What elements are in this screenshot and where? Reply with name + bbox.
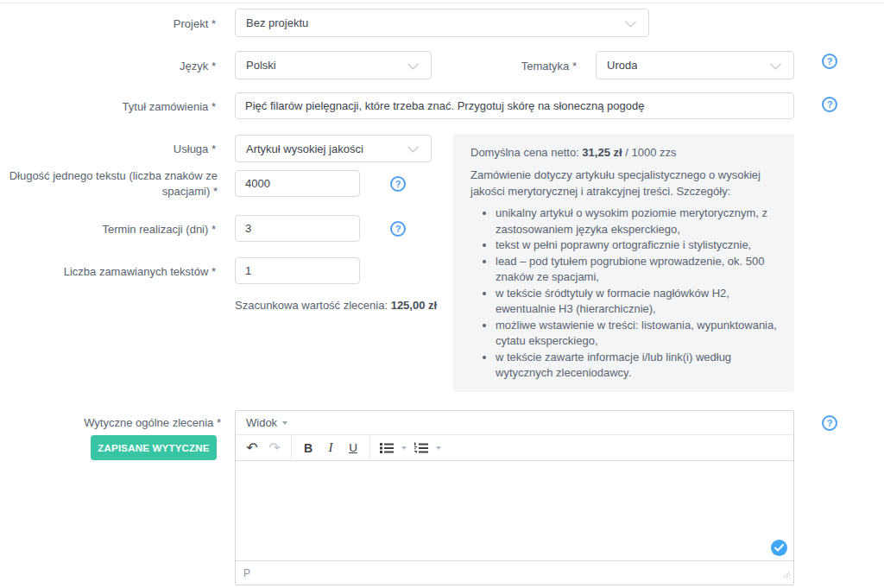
editor-content-area[interactable] bbox=[236, 461, 793, 560]
bold-icon[interactable]: B bbox=[297, 438, 319, 458]
text-length-label: Długość jednego tekstu (liczba znaków ze… bbox=[0, 168, 218, 199]
topic-label: Tematyka * bbox=[466, 59, 577, 74]
deadline-input[interactable] bbox=[235, 215, 360, 242]
texts-count-label: Liczba zamawianych tekstów * bbox=[0, 264, 216, 280]
italic-icon[interactable]: I bbox=[319, 438, 342, 458]
guidelines-help-icon[interactable]: ? bbox=[822, 415, 837, 431]
underline-icon[interactable]: U bbox=[342, 438, 364, 458]
resize-handle-icon[interactable] bbox=[781, 566, 791, 582]
price-prefix: Domyślna cena netto: bbox=[470, 146, 579, 159]
bullet-list-icon[interactable] bbox=[376, 438, 398, 458]
redo-icon[interactable]: ↷ bbox=[263, 438, 286, 458]
element-path: P bbox=[243, 567, 250, 579]
service-label: Usługa * bbox=[0, 142, 216, 157]
top-divider bbox=[0, 3, 884, 3]
service-select[interactable]: Artykuł wysokiej jakości bbox=[235, 135, 432, 162]
service-details-list: unikalny artykuł o wysokim poziomie mery… bbox=[470, 205, 777, 382]
service-select-value: Artykuł wysokiej jakości bbox=[246, 142, 363, 155]
editor-toolbar: ↶ ↷ B I U bbox=[236, 435, 793, 461]
topic-help-icon[interactable]: ? bbox=[822, 54, 837, 69]
guidelines-editor: Widok ↶ ↷ B I U bbox=[235, 410, 794, 585]
editor-menu-view[interactable]: Widok bbox=[246, 416, 287, 429]
caret-down-icon bbox=[282, 421, 287, 425]
valid-check-icon bbox=[771, 540, 787, 556]
menu-view-label: Widok bbox=[246, 416, 277, 429]
language-select[interactable]: Polski bbox=[235, 51, 432, 79]
guidelines-label: Wytyczne ogólne zlecenia * bbox=[0, 415, 221, 431]
service-info-panel: Domyślna cena netto: 31,25 zł / 1000 zzs… bbox=[453, 134, 794, 392]
toolbar-group-history: ↶ ↷ bbox=[236, 435, 292, 460]
order-title-label: Tytuł zamówienia * bbox=[0, 99, 216, 115]
numbered-list-icon[interactable] bbox=[410, 438, 433, 458]
language-select-value: Polski bbox=[246, 59, 276, 72]
toolbar-group-lists bbox=[370, 435, 450, 460]
estimate-value: 125,00 zł bbox=[391, 299, 438, 312]
toolbar-group-formatting: B I U bbox=[292, 435, 370, 460]
list-item: w tekście śródtytuły w formacie nagłówkó… bbox=[496, 286, 777, 318]
saved-guidelines-button[interactable]: ZAPISANE WYTYCZNE bbox=[91, 435, 217, 460]
topic-select[interactable]: Uroda bbox=[596, 51, 794, 79]
chevron-down-icon bbox=[407, 58, 419, 69]
project-label: Projekt * bbox=[0, 16, 216, 32]
list-item: tekst w pełni poprawny ortograficznie i … bbox=[496, 237, 777, 254]
editor-statusbar: P bbox=[236, 560, 793, 585]
bullet-list-dropdown-icon[interactable] bbox=[398, 438, 410, 458]
deadline-label: Termin realizacji (dni) * bbox=[0, 222, 216, 237]
numbered-list-dropdown-icon[interactable] bbox=[433, 438, 445, 458]
texts-count-input[interactable] bbox=[235, 257, 360, 284]
service-description: Zamówienie dotyczy artykułu specjalistyc… bbox=[470, 167, 777, 199]
list-item: unikalny artykuł o wysokim poziomie mery… bbox=[496, 205, 777, 237]
topic-select-value: Uroda bbox=[607, 59, 637, 72]
text-length-help-icon[interactable]: ? bbox=[390, 176, 406, 192]
editor-menubar: Widok bbox=[236, 411, 793, 435]
estimated-order-value: Szacunkowa wartość zlecenia: 125,00 zł bbox=[235, 299, 437, 312]
list-item: lead – pod tytułem pogrubione wprowadzen… bbox=[496, 254, 777, 286]
chevron-down-icon bbox=[770, 58, 781, 69]
language-label: Język * bbox=[0, 59, 216, 74]
list-item: w tekście zawarte informacje i/lub link(… bbox=[496, 350, 777, 382]
project-select-value: Bez projektu bbox=[246, 16, 308, 29]
price-suffix: / 1000 zzs bbox=[625, 146, 676, 159]
order-form-page: Projekt * Bez projektu Język * Polski Te… bbox=[0, 0, 884, 588]
order-title-help-icon[interactable]: ? bbox=[822, 97, 837, 112]
price-value: 31,25 zł bbox=[582, 146, 622, 159]
project-select[interactable]: Bez projektu bbox=[235, 9, 649, 37]
estimate-label: Szacunkowa wartość zlecenia: bbox=[235, 299, 388, 312]
chevron-down-icon bbox=[407, 142, 419, 153]
text-length-input[interactable] bbox=[235, 170, 360, 197]
list-item: możliwe wstawienie w treści: listowania,… bbox=[496, 318, 777, 350]
undo-icon[interactable]: ↶ bbox=[241, 438, 263, 458]
deadline-help-icon[interactable]: ? bbox=[390, 221, 406, 237]
order-title-input[interactable] bbox=[235, 92, 794, 119]
chevron-down-icon bbox=[625, 16, 636, 27]
default-price-line: Domyślna cena netto: 31,25 zł / 1000 zzs bbox=[470, 144, 777, 161]
